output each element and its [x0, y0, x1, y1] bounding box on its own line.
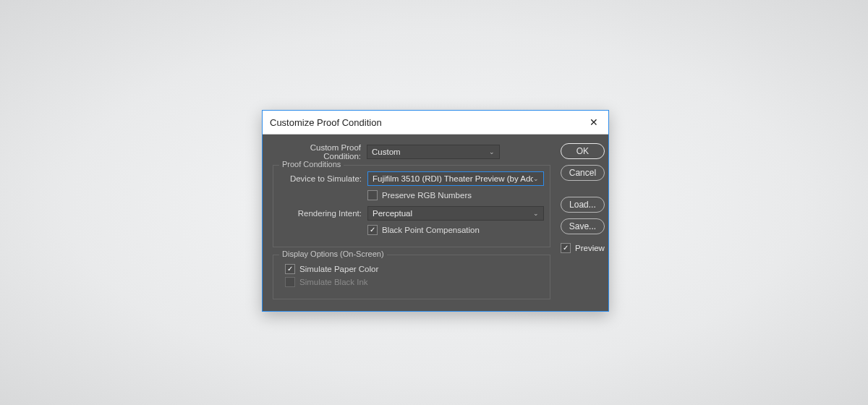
- simulate-paper-row: Simulate Paper Color: [285, 264, 544, 274]
- simulate-paper-checkbox[interactable]: Simulate Paper Color: [285, 264, 378, 274]
- spacer: [561, 187, 605, 191]
- custom-proof-row: Custom Proof Condition: Custom ⌄: [273, 143, 550, 161]
- chevron-down-icon: ⌄: [489, 148, 495, 155]
- save-label: Save...: [569, 221, 596, 231]
- simulate-paper-label: Simulate Paper Color: [299, 265, 378, 273]
- black-point-label: Black Point Compensation: [382, 226, 480, 234]
- load-label: Load...: [569, 200, 596, 210]
- preserve-rgb-row: Preserve RGB Numbers: [367, 190, 544, 202]
- customize-proof-condition-dialog: Customize Proof Condition ✕ Custom Proof…: [262, 110, 609, 312]
- left-column: Custom Proof Condition: Custom ⌄ Proof C…: [273, 143, 550, 299]
- proof-conditions-fieldset: Proof Conditions Device to Simulate: Fuj…: [273, 165, 550, 247]
- dialog-body: Custom Proof Condition: Custom ⌄ Proof C…: [263, 135, 608, 311]
- chevron-down-icon: ⌄: [533, 175, 539, 182]
- rendering-intent-row: Rendering Intent: Perceptual ⌄: [279, 206, 544, 221]
- preview-label: Preview: [575, 244, 605, 252]
- save-button[interactable]: Save...: [561, 218, 605, 234]
- close-icon[interactable]: ✕: [587, 116, 601, 128]
- preview-row: Preview: [561, 243, 605, 253]
- black-point-row: Black Point Compensation: [367, 225, 544, 235]
- checkbox-box: [367, 225, 378, 235]
- load-button[interactable]: Load...: [561, 197, 605, 213]
- right-column: OK Cancel Load... Save... Preview: [561, 143, 605, 299]
- preserve-rgb-checkbox[interactable]: Preserve RGB Numbers: [367, 190, 472, 200]
- rendering-intent-label: Rendering Intent:: [279, 209, 367, 218]
- titlebar: Customize Proof Condition ✕: [263, 111, 608, 135]
- dialog-title: Customize Proof Condition: [270, 117, 382, 128]
- ok-button[interactable]: OK: [561, 143, 605, 159]
- checkbox-box: [285, 264, 295, 274]
- chevron-down-icon: ⌄: [533, 210, 539, 217]
- rendering-intent-value: Perceptual: [373, 209, 412, 218]
- checkbox-box: [367, 190, 378, 200]
- simulate-black-ink-label: Simulate Black Ink: [299, 278, 368, 286]
- preview-checkbox[interactable]: Preview: [561, 243, 605, 253]
- checkbox-box: [561, 243, 571, 253]
- rendering-intent-select[interactable]: Perceptual ⌄: [367, 206, 544, 221]
- cancel-label: Cancel: [569, 168, 596, 178]
- device-value: Fujifilm 3510 (RDI) Theater Preview (by …: [373, 174, 533, 183]
- ok-label: OK: [576, 146, 589, 156]
- simulate-black-ink-row: Simulate Black Ink: [285, 277, 544, 289]
- simulate-black-ink-checkbox: Simulate Black Ink: [285, 277, 368, 287]
- device-label: Device to Simulate:: [279, 174, 367, 183]
- black-point-checkbox[interactable]: Black Point Compensation: [367, 225, 480, 235]
- custom-proof-label: Custom Proof Condition:: [273, 143, 367, 161]
- display-options-fieldset: Display Options (On-Screen) Simulate Pap…: [273, 255, 550, 299]
- proof-conditions-legend: Proof Conditions: [279, 160, 344, 169]
- preserve-rgb-label: Preserve RGB Numbers: [382, 191, 472, 200]
- custom-proof-value: Custom: [372, 148, 401, 156]
- device-row: Device to Simulate: Fujifilm 3510 (RDI) …: [279, 171, 544, 186]
- device-to-simulate-select[interactable]: Fujifilm 3510 (RDI) Theater Preview (by …: [367, 171, 544, 186]
- checkbox-box: [285, 277, 295, 287]
- display-options-legend: Display Options (On-Screen): [279, 250, 387, 258]
- custom-proof-select[interactable]: Custom ⌄: [367, 145, 500, 159]
- cancel-button[interactable]: Cancel: [561, 165, 605, 181]
